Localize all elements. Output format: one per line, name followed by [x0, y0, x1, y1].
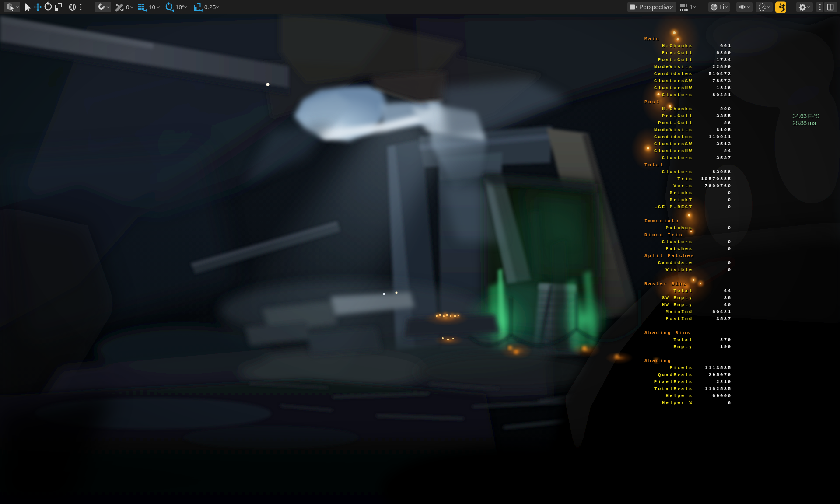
svg-text:0.25: 0.25: [204, 4, 216, 10]
svg-text:Lit: Lit: [719, 4, 726, 10]
svg-text:0: 0: [126, 4, 130, 10]
svg-text:Perspective: Perspective: [639, 4, 671, 10]
svg-text:1: 1: [690, 4, 693, 10]
svg-text:10°: 10°: [175, 4, 184, 10]
svg-text:10: 10: [149, 4, 155, 10]
